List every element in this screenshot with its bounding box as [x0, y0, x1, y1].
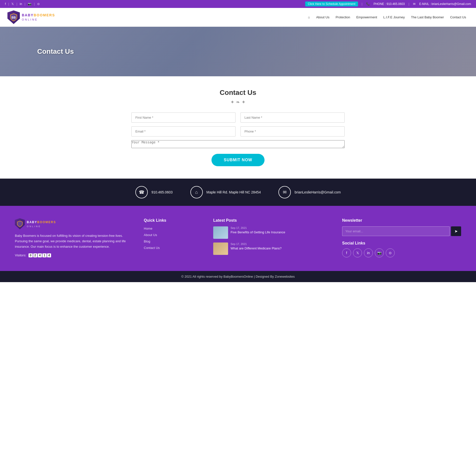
footer-logo-text: BABYBOOMERS ONLINE [27, 220, 56, 228]
site-header: BB BABYBOOMERS ONLINE ⌂ About Us Protect… [0, 8, 476, 27]
footer-description: Baby Boomers is focused on fulfilling it… [15, 233, 134, 249]
contact-section: Contact Us ✦ ❧ ✦ SUBMIT NOW [126, 76, 350, 179]
sep3: | [25, 2, 25, 6]
instagram-icon[interactable]: 📷 [28, 2, 31, 6]
post-info-1: Sep 17, 2021 Five Benefits of Getting Li… [231, 226, 332, 239]
submit-wrap: SUBMIT NOW [131, 154, 345, 166]
email-field [131, 126, 236, 136]
hero-banner: Contact Us [0, 27, 476, 76]
quicklink-blog[interactable]: Blog [144, 240, 150, 243]
email-circle-icon: ✉ [278, 186, 291, 198]
copyright-text: © 2021 All rights reserved by BabyBoomer… [181, 275, 295, 278]
message-textarea[interactable] [131, 140, 345, 148]
post-info-2: Sep 17, 2021 What are Different Medicare… [231, 242, 332, 255]
nav-about[interactable]: About Us [314, 14, 332, 20]
post-title-2[interactable]: What are Different Medicare Plans? [231, 246, 332, 251]
logo-text: BABYBOOMERS ONLINE [22, 13, 55, 22]
email-info-text: brianLeslieHarris@Gmail.com [295, 190, 341, 194]
post-thumb-2 [213, 242, 228, 255]
post-date-1: Sep 17, 2021 [231, 226, 332, 229]
footer-linkedin-icon[interactable]: in [364, 248, 373, 257]
footer-bottom: © 2021 All rights reserved by BabyBoomer… [0, 271, 476, 282]
top-bar-right: Click Here to Schedule Appointment | 📞 P… [305, 1, 471, 6]
digit-3: 1 [42, 253, 47, 257]
svg-text:BB: BB [11, 16, 16, 19]
email-label: E-MAIL : brianLeslieHarris@Gmail.com [419, 2, 471, 6]
footer-quicklinks-col: Quick Links Home About Us Blog Contact U… [144, 218, 203, 259]
visitors-label: Visitors: [15, 253, 26, 257]
post-item-2: Sep 17, 2021 What are Different Medicare… [213, 242, 332, 255]
newsletter-form: ➤ [342, 226, 461, 236]
quicklinks-list: Home About Us Blog Contact Us [144, 226, 203, 250]
other-social-icon[interactable]: ⊙ [37, 2, 40, 6]
phone-input[interactable] [240, 126, 345, 136]
name-row [131, 112, 345, 123]
latest-posts-title: Latest Posts [213, 218, 332, 223]
footer-twitter-icon[interactable]: 𝕏 [353, 248, 362, 257]
phone-info-item: ☎ 910.465.0603 [135, 186, 173, 198]
top-bar: f | 𝕏 | in | 📷 | ⊙ Click Here to Schedul… [0, 0, 476, 8]
post-date-2: Sep 17, 2021 [231, 242, 332, 245]
last-name-input[interactable] [240, 112, 345, 123]
nav-last-baby-boomer[interactable]: The Last Baby Boomer [409, 14, 446, 20]
footer-newsletter-col: Newsletter ➤ Social Links f 𝕏 in 📷 ⊙ [342, 218, 461, 259]
footer-about-col: BABYBOOMERS ONLINE Baby Boomers is focus… [15, 218, 134, 259]
quicklinks-title: Quick Links [144, 218, 203, 223]
schedule-btn[interactable]: Click Here to Schedule Appointment [305, 1, 358, 6]
address-info-text: Maple Hill Rd. Maple Hill NC 28454 [207, 190, 261, 194]
first-name-input[interactable] [131, 112, 236, 123]
newsletter-input[interactable] [342, 226, 450, 236]
sep5: | [362, 2, 362, 6]
social-icons-bar: f | 𝕏 | in | 📷 | ⊙ [5, 2, 40, 6]
digit-0: 0 [29, 253, 33, 257]
social-links-title: Social Links [342, 241, 461, 245]
logo[interactable]: BB BABYBOOMERS ONLINE [7, 10, 55, 24]
info-bar: ☎ 910.465.0603 ⌂ Maple Hill Rd. Maple Hi… [0, 179, 476, 206]
logo-shield-icon: BB [7, 10, 20, 24]
address-info-item: ⌂ Maple Hill Rd. Maple Hill NC 28454 [190, 186, 261, 198]
newsletter-submit-btn[interactable]: ➤ [451, 226, 461, 236]
phone-info-text: 910.465.0603 [151, 190, 173, 194]
main-nav: ⌂ About Us Protection Empowerment L.I.F.… [305, 14, 469, 20]
twitter-icon[interactable]: 𝕏 [11, 2, 14, 6]
title-divider: ✦ ❧ ✦ [131, 99, 345, 105]
phone-label: PHONE : 910.465.0603 [374, 2, 405, 6]
sep4: | [34, 2, 35, 6]
post-item-1: Sep 17, 2021 Five Benefits of Getting Li… [213, 226, 332, 239]
email-icon: ✉ [413, 2, 416, 6]
nav-home[interactable]: ⌂ [305, 14, 312, 20]
nav-protection[interactable]: Protection [333, 14, 353, 20]
digit-2: 4 [38, 253, 42, 257]
facebook-icon[interactable]: f [5, 2, 6, 6]
footer-other-icon[interactable]: ⊙ [386, 248, 395, 257]
footer-posts-col: Latest Posts Sep 17, 2021 Five Benefits … [213, 218, 332, 259]
linkedin-icon[interactable]: in [20, 2, 22, 6]
first-name-field [131, 112, 236, 123]
quicklink-about[interactable]: About Us [144, 233, 157, 237]
footer-instagram-icon[interactable]: 📷 [375, 248, 384, 257]
visitors-row: Visitors: 0 2 4 1 4 [15, 253, 134, 257]
sep6: | [409, 2, 409, 6]
newsletter-title: Newsletter [342, 218, 461, 223]
nav-empowerment[interactable]: Empowerment [354, 14, 380, 20]
email-info-item: ✉ brianLeslieHarris@Gmail.com [278, 186, 341, 198]
last-name-field [240, 112, 345, 123]
footer-logo: BABYBOOMERS ONLINE [15, 218, 134, 229]
email-input[interactable] [131, 126, 236, 136]
email-phone-row [131, 126, 345, 136]
hero-title: Contact Us [37, 48, 74, 55]
quicklink-home[interactable]: Home [144, 227, 152, 230]
post-title-1[interactable]: Five Benefits of Getting Life Insurance [231, 230, 332, 235]
footer-facebook-icon[interactable]: f [342, 248, 351, 257]
hero-background-image [190, 27, 476, 76]
site-footer: BABYBOOMERS ONLINE Baby Boomers is focus… [0, 206, 476, 271]
social-icons-footer: f 𝕏 in 📷 ⊙ [342, 248, 461, 257]
quicklink-contact[interactable]: Contact Us [144, 246, 160, 250]
nav-life-journey[interactable]: L.I.F.E Journey [381, 14, 407, 20]
digit-4: 4 [47, 253, 51, 257]
contact-section-title: Contact Us [131, 89, 345, 97]
nav-contact[interactable]: Contact Us [448, 14, 469, 20]
submit-button[interactable]: SUBMIT NOW [211, 154, 265, 166]
phone-icon: 📞 [366, 2, 370, 6]
footer-shield-icon [15, 218, 25, 229]
